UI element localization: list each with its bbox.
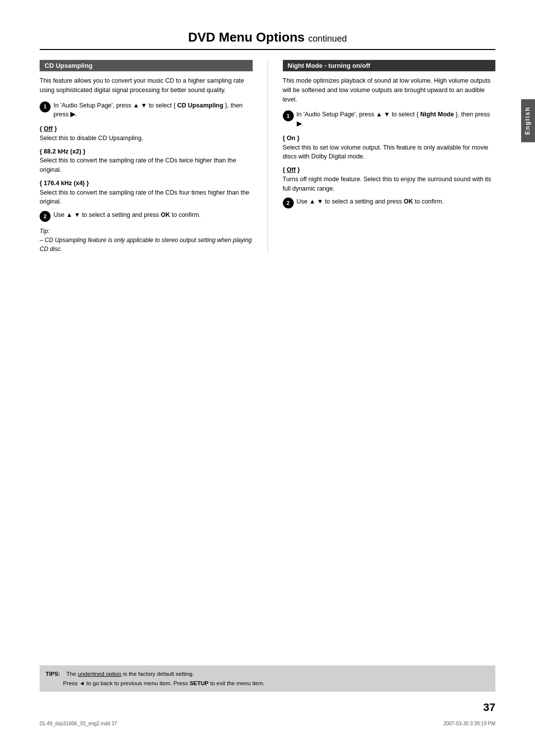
cd-option-882-desc: Select this to convert the sampling rate… [40,156,253,175]
footer-file-right: 2007-03-30 3:39:19 PM [443,721,495,726]
night-option-on-label: { On } [283,134,496,143]
night-step-1: 1 In 'Audio Setup Page', press ▲ ▼ to se… [283,110,496,129]
cd-option-off-label: { Off } [40,124,253,134]
tips-footer: TIPS: The underlined option is the facto… [40,665,495,692]
night-step-1-content: In 'Audio Setup Page', press ▲ ▼ to sele… [297,110,496,129]
cd-upsampling-section: CD Upsampling This feature allows you to… [40,60,268,253]
page-title: DVD Menu Options continued [40,30,495,50]
cd-step-2: 2 Use ▲ ▼ to select a setting and press … [40,210,253,222]
cd-option-1764: { 176.4 kHz (x4) } Select this to conver… [40,179,253,206]
cd-option-1764-label: { 176.4 kHz (x4) } [40,179,253,188]
night-step-2-content: Use ▲ ▼ to select a setting and press OK… [297,197,496,206]
night-option-off-label: { Off } [283,165,496,175]
footer-file-left: 01-49_dvp3166K_93_eng2.indd 37 [40,721,117,726]
cd-step-1-number: 1 [40,101,51,112]
night-mode-intro: This mode optimizes playback of sound at… [283,76,496,104]
night-step-2: 2 Use ▲ ▼ to select a setting and press … [283,197,496,208]
night-step-1-number: 1 [283,110,294,121]
night-mode-header: Night Mode - turning on/off [283,60,496,71]
night-step-2-number: 2 [283,198,294,208]
cd-option-882: { 88.2 kHz (x2) } Select this to convert… [40,147,253,175]
night-option-on-desc: Select this to set low volume output. Th… [283,143,496,162]
cd-step-1-content: In 'Audio Setup Page', press ▲ ▼ to sele… [54,101,253,120]
cd-option-882-label: { 88.2 kHz (x2) } [40,147,253,156]
tips-line2: Press ◄ to go back to previous menu item… [63,680,265,686]
english-sidebar: English [521,99,535,142]
cd-step-2-number: 2 [40,211,51,222]
page-number: 37 [483,701,495,714]
cd-option-1764-desc: Select this to convert the sampling rate… [40,188,253,207]
cd-step-1: 1 In 'Audio Setup Page', press ▲ ▼ to se… [40,101,253,120]
cd-upsampling-header: CD Upsampling [40,60,253,71]
cd-upsampling-intro: This feature allows you to convert your … [40,76,253,95]
tips-line1: The underlined option is the factory def… [66,671,194,677]
night-mode-section: Night Mode - turning on/off This mode op… [268,60,496,253]
tips-label: TIPS: [46,671,60,677]
night-option-off: { Off } Turns off night mode feature. Se… [283,165,496,193]
cd-option-off-desc: Select this to disable CD Upsampling. [40,134,253,143]
cd-step-2-content: Use ▲ ▼ to select a setting and press OK… [54,210,253,220]
night-option-off-desc: Turns off night mode feature. Select thi… [283,175,496,194]
cd-tip-text: – CD Upsampling feature is only applicab… [40,236,253,253]
cd-option-off: { Off } Select this to disable CD Upsamp… [40,124,253,143]
cd-tip-label: Tip: [40,227,253,236]
night-option-on: { On } Select this to set low volume out… [283,134,496,161]
cd-tip: Tip: – CD Upsampling feature is only app… [40,227,253,253]
